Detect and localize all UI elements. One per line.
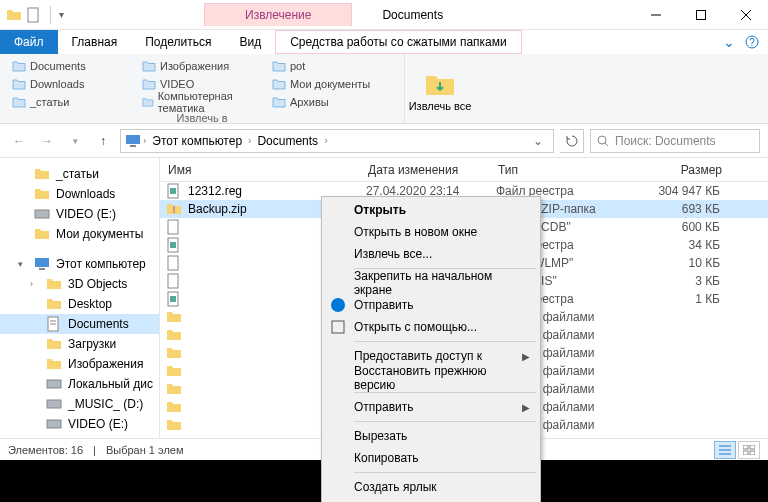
column-type[interactable]: Тип [490,163,640,177]
nav-item[interactable]: _MUSIC_ (D:) [0,394,159,414]
nav-back-button[interactable]: ← [8,130,30,152]
svg-rect-20 [47,400,61,408]
context-menu-item[interactable]: Закрепить на начальном экране [324,272,538,294]
nav-item[interactable]: Documents [0,314,159,334]
status-item-count: Элементов: 16 [8,444,83,456]
tab-view[interactable]: Вид [225,30,275,54]
ribbon-pin-item[interactable]: _статьи [12,94,132,110]
nav-recent-dropdown[interactable]: ▾ [64,130,86,152]
tab-compressed-tools[interactable]: Средства работы со сжатыми папками [275,30,522,54]
nav-item[interactable]: VIDEO (E:) [0,204,159,224]
ribbon-pin-item[interactable]: Мои документы [272,76,392,92]
nav-item[interactable]: Downloads [0,184,159,204]
ribbon-pin-item[interactable]: pot [272,58,392,74]
ribbon-collapse-icon[interactable]: ⌄ [720,30,744,54]
nav-up-button[interactable]: ↑ [92,130,114,152]
refresh-button[interactable] [560,129,584,153]
folder-icon [272,95,286,109]
document-icon [26,7,42,23]
svg-rect-39 [743,445,748,449]
tab-home[interactable]: Главная [58,30,132,54]
breadcrumb-folder[interactable]: Documents [253,134,322,148]
context-menu-item[interactable]: Открыть с помощью... [324,316,538,338]
ribbon-pin-item[interactable]: Компьютерная тематика [142,94,262,110]
search-icon [597,135,609,147]
nav-item[interactable]: Мои документы [0,224,159,244]
main-panes: _статьиDownloadsVIDEO (E:)Мои документы▾… [0,158,768,466]
svg-rect-42 [750,451,755,455]
nav-item[interactable]: ›3D Objects [0,274,159,294]
nav-item[interactable]: ▾Этот компьютер [0,254,159,274]
context-menu-separator [354,421,536,422]
folder-icon [142,77,156,91]
context-menu-item[interactable]: Открыть [324,199,538,221]
svg-rect-22 [47,420,61,428]
context-menu: ОткрытьОткрыть в новом окнеИзвлечь все..… [321,196,541,502]
folder-icon [166,399,182,415]
folder-icon [272,77,286,91]
nav-item[interactable]: Desktop [0,294,159,314]
column-name[interactable]: Имя [160,163,360,177]
tab-file[interactable]: Файл [0,30,58,54]
nav-item[interactable]: Локальный дис [0,374,159,394]
file-explorer-window: ▾ Извлечение Documents Файл Главная Поде… [0,0,768,502]
context-menu-item[interactable]: Создать ярлык [324,476,538,498]
folder-icon [166,381,182,397]
svg-rect-13 [35,258,49,267]
svg-rect-30 [168,256,178,270]
svg-point-34 [331,298,345,312]
svg-rect-27 [168,220,178,234]
nav-forward-button[interactable]: → [36,130,58,152]
context-menu-separator [354,392,536,393]
context-menu-item[interactable]: Отправить [324,294,538,316]
svg-rect-35 [332,321,344,333]
nav-item[interactable]: Изображения [0,354,159,374]
ribbon-pin-item[interactable]: Downloads [12,76,132,92]
ribbon-pin-item[interactable]: Изображения [142,58,262,74]
view-details-button[interactable] [714,441,736,459]
context-menu-item[interactable]: Отправить▶ [324,396,538,418]
close-button[interactable] [723,0,768,30]
qat-dropdown-icon[interactable]: ▾ [59,9,64,20]
contextual-tab-extract[interactable]: Извлечение [204,3,352,26]
nav-item[interactable]: VIDEO (E:) [0,414,159,434]
column-headers: Имя Дата изменения Тип Размер [160,158,768,182]
address-bar[interactable]: › Этот компьютер › Documents › ⌄ [120,129,554,153]
svg-rect-14 [39,268,45,270]
nav-item[interactable]: Загрузки [0,334,159,354]
address-dropdown-icon[interactable]: ⌄ [527,134,549,148]
view-icons-button[interactable] [738,441,760,459]
column-size[interactable]: Размер [640,163,730,177]
context-menu-item[interactable]: Восстановить прежнюю версию [324,367,538,389]
breadcrumb-root[interactable]: Этот компьютер [148,134,246,148]
ribbon-pin-item[interactable]: Архивы [272,94,392,110]
file-icon [166,219,182,235]
svg-rect-31 [168,274,178,288]
extract-all-button[interactable]: Извлечь все [405,54,475,123]
status-selected-count: Выбран 1 элем [106,444,184,456]
svg-rect-8 [130,145,136,147]
svg-line-10 [605,143,608,146]
svg-point-9 [598,136,606,144]
folder-icon [166,327,182,343]
context-menu-item[interactable]: Вырезать [324,425,538,447]
context-menu-item[interactable]: Извлечь все... [324,243,538,265]
svg-rect-41 [743,451,748,455]
folder-icon [272,59,286,73]
ribbon-pin-item[interactable]: Documents [12,58,132,74]
maximize-button[interactable] [678,0,723,30]
column-date[interactable]: Дата изменения [360,163,490,177]
context-menu-item[interactable]: Копировать [324,447,538,469]
nav-item[interactable]: _статьи [0,164,159,184]
context-menu-item[interactable]: Удалить [324,498,538,502]
svg-rect-29 [170,242,176,248]
reg-icon [166,291,182,307]
context-menu-item[interactable]: Открыть в новом окне [324,221,538,243]
search-input[interactable]: Поиск: Documents [590,129,760,153]
help-icon[interactable]: ? [744,30,768,54]
tab-share[interactable]: Поделиться [131,30,225,54]
folder-icon [12,59,26,73]
title-bar: ▾ Извлечение Documents [0,0,768,30]
minimize-button[interactable] [633,0,678,30]
folder-icon [12,95,26,109]
